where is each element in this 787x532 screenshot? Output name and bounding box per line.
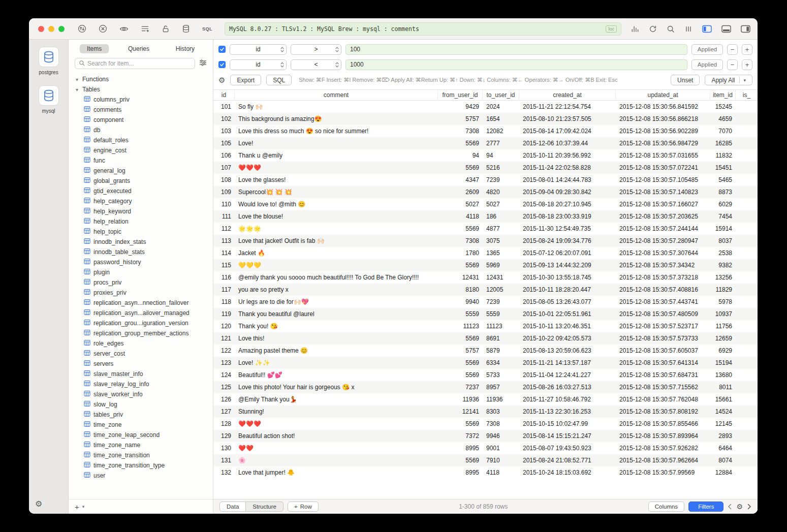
cell-is[interactable] bbox=[736, 223, 758, 235]
cell-to-user-id[interactable]: 8691 bbox=[483, 332, 519, 345]
table-row[interactable]: 124 Beautiful!! 💕💕 5569 5733 2015-11-04 … bbox=[213, 369, 758, 381]
cell-created-at[interactable]: 2015-08-14 15:15:21.247 bbox=[519, 430, 616, 442]
cell-is[interactable] bbox=[736, 235, 758, 247]
column-header-is[interactable]: is_ bbox=[736, 90, 758, 100]
cell-id[interactable]: 126 bbox=[213, 393, 235, 405]
add-item-button[interactable]: + bbox=[75, 503, 79, 511]
table-row[interactable]: 111 Love the blouse! 4118 186 2015-08-18… bbox=[213, 210, 758, 223]
cell-to-user-id[interactable]: 7239 bbox=[483, 174, 519, 186]
cell-from-user-id[interactable]: 12431 bbox=[438, 271, 483, 284]
table-item[interactable]: innodb_table_stats bbox=[69, 247, 213, 257]
cell-item-id[interactable]: 7070 bbox=[710, 125, 736, 137]
table-item[interactable]: plugin bbox=[69, 267, 213, 277]
cell-item-id[interactable]: 13680 bbox=[710, 369, 736, 381]
previous-page-icon[interactable] bbox=[728, 504, 732, 510]
cell-updated-at[interactable]: 2015-12-08 15:30:57.280947 bbox=[616, 235, 710, 247]
table-item[interactable]: help_category bbox=[69, 196, 213, 206]
cell-to-user-id[interactable]: 2777 bbox=[483, 137, 519, 149]
cell-id[interactable]: 115 bbox=[213, 259, 235, 271]
cell-id[interactable]: 124 bbox=[213, 369, 235, 381]
cell-created-at[interactable]: 2015-08-24 19:09:34.776 bbox=[519, 235, 616, 247]
cell-is[interactable] bbox=[736, 418, 758, 430]
cell-created-at[interactable]: 2015-09-04 09:28:30.842 bbox=[519, 186, 616, 198]
toggle-bottom-panel-icon[interactable] bbox=[721, 25, 731, 33]
tab-queries[interactable]: Queries bbox=[121, 44, 156, 53]
table-item[interactable]: slave_relay_log_info bbox=[69, 379, 213, 389]
filter-enabled-checkbox[interactable] bbox=[218, 46, 226, 53]
cell-comment[interactable]: Amazing pastel theme 😊 bbox=[235, 345, 438, 357]
cell-item-id[interactable]: 12659 bbox=[710, 332, 736, 345]
cell-from-user-id[interactable]: 5569 bbox=[438, 418, 483, 430]
cell-from-user-id[interactable]: 7237 bbox=[438, 381, 483, 393]
cell-updated-at[interactable]: 2015-12-08 15:30:57.855466 bbox=[616, 418, 710, 430]
cell-item-id[interactable]: 5978 bbox=[710, 296, 736, 308]
cell-comment[interactable]: Love this dress so much 😍 so nice for su… bbox=[235, 125, 438, 137]
cell-created-at[interactable]: 2015-10-22 09:42:05.573 bbox=[519, 332, 616, 345]
cell-from-user-id[interactable]: 5027 bbox=[438, 198, 483, 210]
cell-created-at[interactable]: 2015-10-01 22:05:51.961 bbox=[519, 308, 616, 320]
add-row-button[interactable]: + Row bbox=[288, 502, 319, 512]
cell-is[interactable] bbox=[736, 162, 758, 174]
database-icon[interactable] bbox=[182, 24, 190, 33]
add-filter-button[interactable]: + bbox=[742, 44, 752, 55]
cell-updated-at[interactable]: 2015-12-08 15:30:57.34342 bbox=[616, 259, 710, 271]
cell-item-id[interactable]: 8011 bbox=[710, 381, 736, 393]
table-item[interactable]: servers bbox=[69, 359, 213, 369]
cell-created-at[interactable]: 2015-11-04 12:24:41.227 bbox=[519, 369, 616, 381]
table-row[interactable]: 121 Love this! 5569 8691 2015-10-22 09:4… bbox=[213, 332, 758, 345]
sql-query-icon[interactable]: SQL bbox=[202, 26, 212, 32]
cell-is[interactable] bbox=[736, 393, 758, 405]
table-row[interactable]: 114 Jacket 🔥 1780 1365 2015-07-12 06:20:… bbox=[213, 247, 758, 259]
cell-id[interactable]: 117 bbox=[213, 284, 235, 296]
table-row[interactable]: 125 Love this photo! Your hair is gorgeo… bbox=[213, 381, 758, 393]
cell-item-id[interactable]: 13256 bbox=[710, 271, 736, 284]
cell-updated-at[interactable]: 2015-12-08 15:30:57.684731 bbox=[616, 369, 710, 381]
cell-to-user-id[interactable]: 6334 bbox=[483, 357, 519, 369]
cell-to-user-id[interactable]: 9946 bbox=[483, 430, 519, 442]
cell-to-user-id[interactable]: 8303 bbox=[483, 405, 519, 418]
table-item[interactable]: default_roles bbox=[69, 135, 213, 145]
cell-comment[interactable]: @emily thank you soooo much beautiful!!!… bbox=[235, 271, 438, 284]
cell-id[interactable]: 125 bbox=[213, 381, 235, 393]
cell-created-at[interactable]: 2015-10-11 20:39:56.992 bbox=[519, 149, 616, 162]
filter-enabled-checkbox[interactable] bbox=[218, 61, 226, 68]
cell-created-at[interactable]: 2015-10-11 13:20:46.351 bbox=[519, 320, 616, 332]
cell-item-id[interactable]: 15245 bbox=[710, 101, 736, 113]
cell-item-id[interactable]: 11829 bbox=[710, 284, 736, 296]
table-item[interactable]: replication_asyn...ailover_managed bbox=[69, 308, 213, 318]
cell-is[interactable] bbox=[736, 247, 758, 259]
cell-created-at[interactable]: 2015-08-18 20:27:10.945 bbox=[519, 198, 616, 210]
cell-created-at[interactable]: 2015-11-30 12:54:49.735 bbox=[519, 223, 616, 235]
cell-is[interactable] bbox=[736, 137, 758, 149]
cell-id[interactable]: 105 bbox=[213, 137, 235, 149]
cell-item-id[interactable]: 15914 bbox=[710, 223, 736, 235]
table-row[interactable]: 108 Love the glasses! 4347 7239 2015-08-… bbox=[213, 174, 758, 186]
cell-updated-at[interactable]: 2015-12-08 15:30:56.902289 bbox=[616, 125, 710, 137]
table-settings-gear-icon[interactable]: ⚙ bbox=[736, 503, 743, 511]
disconnect-icon[interactable] bbox=[99, 24, 107, 33]
cell-id[interactable]: 123 bbox=[213, 357, 235, 369]
cell-comment[interactable]: Love that jumper! 🐥 bbox=[235, 466, 438, 479]
cell-comment[interactable]: Would love to! @mith 😊 bbox=[235, 198, 438, 210]
next-page-icon[interactable] bbox=[747, 504, 751, 510]
cell-id[interactable]: 101 bbox=[213, 101, 235, 113]
table-item[interactable]: general_log bbox=[69, 166, 213, 176]
cell-updated-at[interactable]: 2015-12-08 15:30:57.641314 bbox=[616, 357, 710, 369]
cell-from-user-id[interactable]: 5757 bbox=[438, 113, 483, 125]
cell-id[interactable]: 128 bbox=[213, 418, 235, 430]
table-item[interactable]: help_topic bbox=[69, 227, 213, 237]
cell-comment[interactable]: Love the glasses! bbox=[235, 174, 438, 186]
table-row[interactable]: 132 Love that jumper! 🐥 8995 4118 2015-1… bbox=[213, 466, 758, 479]
filter-applied-button[interactable]: Applied bbox=[691, 44, 723, 55]
cell-from-user-id[interactable]: 5559 bbox=[438, 308, 483, 320]
cell-from-user-id[interactable]: 9940 bbox=[438, 296, 483, 308]
cell-updated-at[interactable]: 2015-12-08 15:30:57.715562 bbox=[616, 381, 710, 393]
table-item[interactable]: gtid_executed bbox=[69, 186, 213, 196]
cell-updated-at[interactable]: 2015-12-08 15:30:57.605037 bbox=[616, 345, 710, 357]
table-item[interactable]: component bbox=[69, 115, 213, 125]
cell-item-id[interactable]: 2893 bbox=[710, 430, 736, 442]
cell-from-user-id[interactable]: 5569 bbox=[438, 332, 483, 345]
cell-to-user-id[interactable]: 186 bbox=[483, 210, 519, 223]
table-item[interactable]: columns_priv bbox=[69, 95, 213, 105]
settings-gear-icon[interactable]: ⚙ bbox=[35, 499, 42, 509]
